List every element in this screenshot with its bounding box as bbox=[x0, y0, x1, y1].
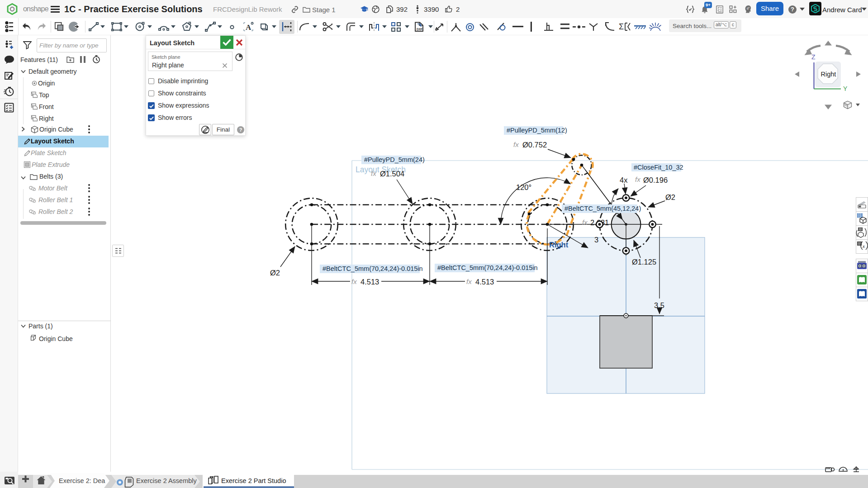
svg-text:Ø1.504: Ø1.504 bbox=[380, 170, 404, 178]
svg-text:fx: fx bbox=[371, 170, 376, 177]
svg-text:4x: 4x bbox=[620, 176, 628, 184]
svg-text:fx: fx bbox=[582, 218, 588, 226]
svg-text:Ø2: Ø2 bbox=[665, 193, 675, 201]
svg-text:Right: Right bbox=[549, 241, 569, 249]
svg-text:#BeltCTC_5mm(45,12,24): #BeltCTC_5mm(45,12,24) bbox=[564, 205, 641, 212]
svg-text:120°: 120° bbox=[516, 183, 531, 191]
svg-text:Ø2: Ø2 bbox=[270, 269, 280, 277]
svg-text:#PulleyPD_5mm(12): #PulleyPD_5mm(12) bbox=[507, 127, 567, 134]
svg-text:Ø0.752: Ø0.752 bbox=[522, 141, 547, 149]
svg-text:d°: d° bbox=[747, 7, 750, 10]
svg-text:3.5: 3.5 bbox=[654, 301, 664, 309]
svg-text:x: x bbox=[862, 243, 865, 249]
svg-text:Right: Right bbox=[821, 71, 836, 78]
svg-text:#CloseFit_10_32: #CloseFit_10_32 bbox=[634, 164, 683, 171]
svg-text:#BeltCTC_5mm(70,24,24)-0.015in: #BeltCTC_5mm(70,24,24)-0.015in bbox=[323, 265, 423, 272]
svg-text:3: 3 bbox=[594, 236, 598, 244]
svg-text:Ø1.125: Ø1.125 bbox=[632, 258, 656, 266]
svg-text:fx: fx bbox=[635, 175, 640, 183]
svg-text:fx: fx bbox=[351, 278, 357, 285]
svg-text:Ø0.196: Ø0.196 bbox=[643, 176, 668, 184]
svg-text:fx: fx bbox=[466, 278, 472, 285]
svg-text:4.513: 4.513 bbox=[475, 278, 494, 286]
svg-text:Z: Z bbox=[811, 53, 816, 61]
svg-text:A: A bbox=[246, 23, 251, 32]
svg-text:Exercise 2 Assembly: Exercise 2 Assembly bbox=[136, 477, 197, 484]
svg-text:DXF: DXF bbox=[417, 28, 422, 31]
svg-text:Σ: Σ bbox=[619, 22, 624, 31]
svg-text:Exercise 2: Dea: Exercise 2: Dea bbox=[59, 477, 105, 484]
svg-text:#PulleyPD_5mm(24): #PulleyPD_5mm(24) bbox=[364, 156, 425, 163]
svg-text:4.513: 4.513 bbox=[360, 278, 379, 286]
svg-text:fx: fx bbox=[513, 141, 519, 148]
svg-text:#BeltCTC_5mm(70,24,24)-0.015in: #BeltCTC_5mm(70,24,24)-0.015in bbox=[437, 264, 538, 271]
svg-text:Exercise 2 Part Studio: Exercise 2 Part Studio bbox=[221, 477, 286, 484]
svg-text:Y: Y bbox=[843, 85, 848, 92]
